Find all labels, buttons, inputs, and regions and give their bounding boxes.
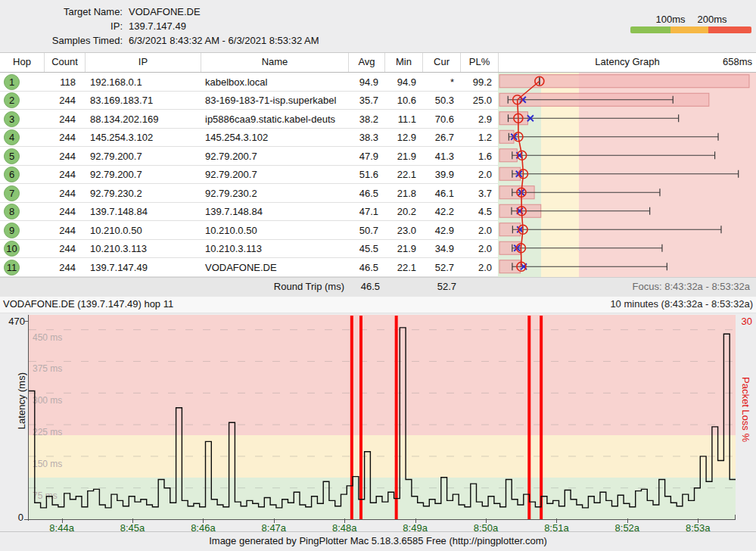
round-trip-label: Round Trip (ms) (274, 278, 344, 296)
col-header-min[interactable]: Min (384, 53, 422, 72)
col-header-ip[interactable]: IP (85, 53, 201, 72)
latency-graph-cell (498, 73, 756, 92)
hop-row[interactable]: 8 244 139.7.148.84 139.7.148.84 47.1 20.… (0, 203, 756, 222)
ip-cell: 192.168.0.1 (85, 76, 201, 88)
col-header-name[interactable]: Name (201, 53, 348, 72)
count-cell: 244 (44, 95, 85, 106)
latency-graph-cell (498, 147, 756, 166)
ip-cell: 92.79.230.2 (85, 188, 201, 199)
name-cell: ip5886caa9.static.kabel-deuts (201, 114, 348, 125)
y2-axis-title: Packet Loss % (740, 377, 751, 442)
pl-cell: 3.7 (460, 188, 498, 199)
min-cell: 23.0 (384, 225, 422, 236)
hop-row[interactable]: 4 244 145.254.3.102 145.254.3.102 38.3 1… (0, 129, 756, 148)
hop-cell: 8 (0, 204, 44, 219)
avg-cell: 38.2 (348, 114, 384, 125)
ip-cell: 88.134.202.169 (85, 114, 201, 125)
round-trip-cur: 52.7 (437, 278, 456, 296)
ip-cell: 139.7.148.84 (85, 206, 201, 217)
pl-cell: 4.5 (460, 206, 498, 217)
latency-graph-cell (498, 166, 756, 185)
round-trip-row: Round Trip (ms) 46.5 52.7 Focus: 8:43:32… (0, 277, 756, 297)
min-cell: 12.9 (384, 132, 422, 143)
ip-cell: 92.79.200.7 (85, 169, 201, 180)
hop-row[interactable]: 9 244 10.210.0.50 10.210.0.50 50.7 23.0 … (0, 221, 756, 240)
trace-table: Hop Count IP Name Avg Min Cur PL% Latenc… (0, 53, 756, 297)
name-cell: 92.79.200.7 (201, 169, 348, 180)
ip-cell: 10.210.3.113 (85, 243, 201, 254)
hop-row[interactable]: 2 244 83.169.183.71 83-169-183-71-isp.su… (0, 92, 756, 111)
count-cell: 244 (44, 188, 85, 199)
target-name-label: Target Name: (0, 5, 123, 19)
name-cell: 92.79.200.7 (201, 151, 348, 162)
hop-cell: 4 (0, 129, 44, 145)
hop-number-badge: 4 (4, 129, 20, 145)
pl-cell: 99.2 (460, 76, 498, 88)
col-header-hop[interactable]: Hop (0, 53, 44, 72)
cur-cell: 42.2 (422, 206, 460, 217)
min-cell: 10.6 (384, 95, 422, 106)
timeline-title: VODAFONE.DE (139.7.147.49) hop 11 (0, 298, 173, 310)
ip-cell: 139.7.147.49 (85, 262, 201, 273)
hop-row[interactable]: 7 244 92.79.230.2 92.79.230.2 46.5 21.8 … (0, 184, 756, 203)
cur-cell: 52.7 (422, 262, 460, 273)
hop-number-badge: 5 (4, 148, 20, 164)
ip-cell: 92.79.200.7 (85, 151, 201, 162)
avg-cell: 35.7 (348, 95, 384, 106)
hop-number-badge: 1 (4, 74, 20, 90)
focus-range: Focus: 8:43:32a - 8:53:32a (633, 278, 750, 296)
hop-number-badge: 11 (4, 260, 20, 276)
count-cell: 118 (44, 76, 85, 88)
latency-graph-cell (498, 129, 756, 148)
samples-timed-label: Samples Timed: (0, 33, 123, 48)
legend-gradient-bar (630, 26, 751, 33)
timeline-header: VODAFONE.DE (139.7.147.49) hop 11 10 min… (0, 297, 756, 313)
name-cell: 92.79.230.2 (201, 188, 348, 199)
col-header-pl[interactable]: PL% (460, 53, 498, 72)
hop-number-badge: 6 (4, 167, 20, 182)
pingplotter-window: Target Name: VODAFONE.DE IP: 139.7.147.4… (0, 0, 756, 551)
svg-text:150 ms: 150 ms (33, 458, 62, 469)
legend-100ms-label: 100ms (655, 14, 685, 25)
cur-cell: * (422, 76, 460, 88)
hop-row[interactable]: 1 118 192.168.0.1 kabelbox.local 94.9 94… (0, 73, 756, 92)
y2-axis-max-label: 30 (742, 316, 752, 327)
min-cell: 22.1 (384, 262, 422, 273)
hop-cell: 9 (0, 223, 44, 238)
col-header-cur[interactable]: Cur (422, 53, 460, 72)
col-header-latency-graph[interactable]: Latency Graph 658ms (498, 53, 756, 72)
avg-cell: 38.3 (348, 132, 384, 143)
trace-table-header: Hop Count IP Name Avg Min Cur PL% Latenc… (0, 53, 756, 73)
col-header-avg[interactable]: Avg (348, 53, 384, 72)
svg-text:300 ms: 300 ms (33, 395, 62, 406)
ip-cell: 83.169.183.71 (85, 95, 201, 106)
pl-cell: 1.2 (460, 132, 498, 143)
generator-footer: Image generated by PingPlotter Mac 5.18.… (0, 531, 756, 551)
col-header-count[interactable]: Count (44, 53, 85, 72)
pl-cell: 2.9 (460, 114, 498, 125)
hop-row[interactable]: 11 244 139.7.147.49 VODAFONE.DE 46.5 22.… (0, 258, 756, 277)
hop-cell: 1 (0, 74, 44, 90)
pl-cell: 2.0 (460, 225, 498, 236)
hop-cell: 6 (0, 167, 44, 182)
min-cell: 94.9 (384, 76, 422, 88)
min-cell: 22.1 (384, 169, 422, 180)
pl-cell: 2.0 (460, 243, 498, 254)
latency-graph-cell (498, 184, 756, 203)
name-cell: 83-169-183-71-isp.superkabel (201, 95, 348, 106)
latency-graph-cell (498, 240, 756, 259)
hop-row[interactable]: 3 244 88.134.202.169 ip5886caa9.static.k… (0, 110, 756, 129)
avg-cell: 45.5 (348, 243, 384, 254)
hop-row[interactable]: 6 244 92.79.200.7 92.79.200.7 51.6 22.1 … (0, 166, 756, 185)
hop-cell: 2 (0, 92, 44, 108)
y-axis-top-tick (24, 321, 28, 322)
cur-cell: 41.3 (422, 151, 460, 162)
latency-timeline-chart[interactable]: 470 0 Latency (ms) 30 Packet Loss % 450 … (0, 313, 756, 534)
cur-cell: 26.7 (422, 132, 460, 143)
count-cell: 244 (44, 114, 85, 125)
hop-row[interactable]: 10 244 10.210.3.113 10.210.3.113 45.5 21… (0, 240, 756, 259)
legend-200ms-label: 200ms (697, 14, 726, 25)
svg-text:225 ms: 225 ms (33, 427, 62, 437)
hop-row[interactable]: 5 244 92.79.200.7 92.79.200.7 47.9 21.9 … (0, 147, 756, 166)
avg-cell: 50.7 (348, 225, 384, 236)
